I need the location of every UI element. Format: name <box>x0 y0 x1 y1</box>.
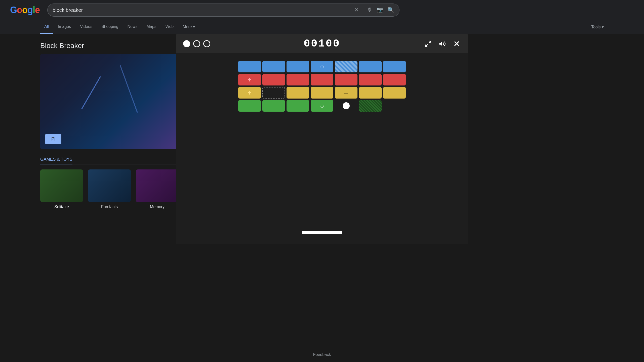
brick-row-3: + <box>238 87 406 99</box>
brick-1-7 <box>383 61 406 72</box>
life-3 <box>203 40 210 47</box>
brick-1-3 <box>287 61 309 72</box>
nav-tab-images[interactable]: Images <box>54 20 75 34</box>
brick-4-4-circle <box>311 100 333 112</box>
fun-facts-label: Fun facts <box>101 205 118 209</box>
brick-3-3 <box>287 87 309 99</box>
solitaire-label: Solitaire <box>54 205 69 209</box>
brick-2-4 <box>311 74 333 85</box>
block-breaker-card: Block Breaker Pl <box>40 42 196 149</box>
life-2 <box>193 40 200 47</box>
game-card-fun-facts[interactable]: Fun facts <box>88 169 131 209</box>
close-button[interactable]: ✕ <box>452 39 461 48</box>
bricks-container: + + <box>231 56 413 117</box>
brick-1-6 <box>359 61 382 72</box>
game-play-area[interactable]: + + <box>176 53 468 244</box>
game-overlay: 00100 <box>176 34 468 244</box>
brick-3-5-meter <box>335 87 357 99</box>
brick-2-3 <box>287 74 309 85</box>
brick-3-6 <box>359 87 382 99</box>
game-card-solitaire[interactable]: Solitaire <box>40 169 83 209</box>
brick-3-1-plus: + <box>238 87 261 99</box>
game-card-memory[interactable]: Memory <box>136 169 179 209</box>
brick-4-6-dark <box>359 100 382 112</box>
nav-tab-shopping[interactable]: Shopping <box>97 20 123 34</box>
brick-2-1-plus: + <box>238 74 261 85</box>
brick-3-2-empty <box>262 87 285 99</box>
brick-row-2: + <box>238 74 406 85</box>
search-submit-button[interactable]: 🔍 <box>387 7 394 13</box>
ball-space <box>335 100 357 112</box>
brick-2-2 <box>262 74 285 85</box>
google-header: Google ✕ 🎙 📷 🔍 <box>0 0 644 20</box>
fun-facts-thumbnail <box>88 169 131 202</box>
tools-button[interactable]: Tools ▾ <box>591 25 604 29</box>
brick-1-5-striped <box>335 61 357 72</box>
search-input[interactable] <box>53 7 352 13</box>
image-search-button[interactable]: 📷 <box>377 7 383 13</box>
fullscreen-button[interactable] <box>424 39 433 48</box>
brick-2-5 <box>335 74 357 85</box>
clear-search-button[interactable]: ✕ <box>354 7 359 13</box>
score-display: 00100 <box>304 38 340 50</box>
block-breaker-title: Block Breaker <box>40 42 196 50</box>
content-area: Block Breaker Pl GAMES & TOYS Solitaire … <box>0 34 644 362</box>
memory-label: Memory <box>150 205 165 209</box>
search-icon-group: ✕ 🎙 📷 🔍 <box>354 6 394 14</box>
brick-2-7 <box>383 74 406 85</box>
feedback-text: Feedback <box>313 352 331 357</box>
brick-1-1 <box>238 61 261 72</box>
nav-tab-maps[interactable]: Maps <box>143 20 160 34</box>
search-divider <box>363 6 363 14</box>
brick-row-1 <box>238 61 406 72</box>
brick-1-4-circle <box>311 61 333 72</box>
brick-3-4 <box>311 87 333 99</box>
nav-tab-news[interactable]: News <box>124 20 142 34</box>
sound-button[interactable] <box>438 39 447 48</box>
nav-tab-more[interactable]: More ▾ <box>179 20 199 34</box>
brick-3-7 <box>383 87 406 99</box>
game-header: 00100 <box>176 34 468 53</box>
game-thumbnail: Pl <box>40 54 196 149</box>
search-bar: ✕ 🎙 📷 🔍 <box>47 4 399 17</box>
voice-search-button[interactable]: 🎙 <box>367 7 373 13</box>
google-nav: All Images Videos Shopping News Maps Web… <box>0 20 644 34</box>
svg-marker-2 <box>439 42 442 46</box>
solitaire-thumbnail <box>40 169 83 202</box>
lives-display <box>183 40 210 47</box>
memory-thumbnail <box>136 169 179 202</box>
paddle <box>302 231 342 234</box>
games-tab-games-toys[interactable]: GAMES & TOYS <box>40 155 72 164</box>
life-1 <box>183 40 190 47</box>
ball <box>343 102 350 109</box>
google-logo: Google <box>10 5 40 15</box>
brick-4-1 <box>238 100 261 112</box>
nav-tab-web[interactable]: Web <box>162 20 178 34</box>
nav-tab-videos[interactable]: Videos <box>76 20 96 34</box>
brick-row-4 <box>238 100 406 112</box>
nav-tab-all[interactable]: All <box>40 20 53 34</box>
brick-2-6 <box>359 74 382 85</box>
play-button[interactable]: Pl <box>45 134 61 144</box>
brick-1-2 <box>262 61 285 72</box>
brick-4-3 <box>287 100 309 112</box>
game-controls: ✕ <box>424 39 461 48</box>
brick-4-2 <box>262 100 285 112</box>
